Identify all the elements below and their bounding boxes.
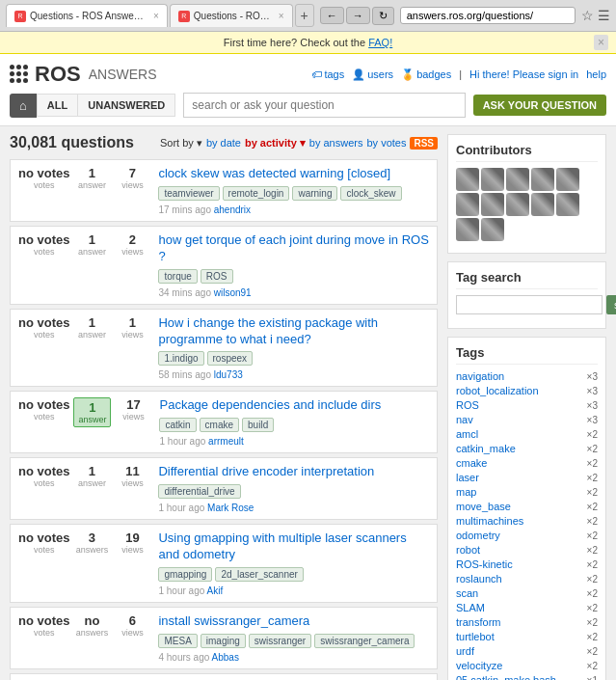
tag-search-button[interactable]: search <box>606 295 616 314</box>
tag[interactable]: build <box>242 418 274 432</box>
tag[interactable]: differential_drive <box>158 484 240 499</box>
question-title-link[interactable]: How i change the existing package with p… <box>158 315 429 348</box>
tag-name-link[interactable]: scan <box>456 587 478 599</box>
tag-name-link[interactable]: map <box>456 486 476 498</box>
search-input[interactable] <box>183 93 465 118</box>
list-item: scan ×2 <box>456 587 598 599</box>
nav-all-button[interactable]: ALL <box>37 94 78 117</box>
tag-name-link[interactable]: laser <box>456 472 479 483</box>
tags-link[interactable]: 🏷 tags <box>311 68 344 80</box>
tag[interactable]: rospeex <box>207 351 254 366</box>
question-title-link[interactable]: install swissranger_camera <box>158 613 429 630</box>
site-logo[interactable]: ROS ANSWERS <box>10 62 156 87</box>
forward-button[interactable]: → <box>346 7 370 24</box>
address-bar[interactable] <box>400 7 576 24</box>
ask-question-button[interactable]: ASK YOUR QUESTION <box>473 95 606 116</box>
contributor-avatar[interactable] <box>506 168 529 191</box>
tag-name-link[interactable]: move_base <box>456 501 511 512</box>
question-title-link[interactable]: Using gmapping with multiple laser scann… <box>158 530 429 563</box>
help-link[interactable]: help <box>586 68 606 80</box>
question-title-link[interactable]: how get torque of each joint during move… <box>158 232 429 265</box>
tag-name-link[interactable]: velocityze <box>456 660 502 671</box>
question-author-link[interactable]: Abbas <box>212 652 239 663</box>
tag-name-link[interactable]: ROS-kinetic <box>456 558 513 570</box>
tag-name-link[interactable]: catkin_make <box>456 443 516 454</box>
tag[interactable]: warning <box>292 186 337 201</box>
tag-name-link[interactable]: navigation <box>456 370 504 382</box>
question-title-link[interactable]: clock skew was detected warning [closed] <box>158 166 429 182</box>
refresh-button[interactable]: ↻ <box>372 7 394 25</box>
sign-in-link[interactable]: Hi there! Please sign in <box>469 68 578 80</box>
question-author-link[interactable]: arrmeult <box>208 436 244 447</box>
tag-name-link[interactable]: cmake <box>456 457 487 469</box>
badges-link[interactable]: 🏅 badges <box>401 68 451 81</box>
tag[interactable]: teamviewer <box>158 186 219 201</box>
sort-by-answers-link[interactable]: by answers <box>309 137 363 149</box>
sort-by-label[interactable]: Sort by ▾ <box>160 137 202 150</box>
question-author-link[interactable]: Akif <box>207 585 224 596</box>
tag[interactable]: clock_skew <box>340 186 401 201</box>
tag[interactable]: catkin <box>159 418 196 432</box>
bookmark-icon[interactable]: ☆ <box>581 8 594 23</box>
contributor-avatar[interactable] <box>481 218 504 241</box>
tag[interactable]: 2d_laser_scanner <box>215 567 304 582</box>
tag[interactable]: 1.indigo <box>158 351 203 366</box>
inactive-tab[interactable]: R Questions - ROS A... × <box>170 4 293 27</box>
nav-home-button[interactable]: ⌂ <box>10 94 37 118</box>
rss-badge[interactable]: RSS <box>410 137 438 150</box>
question-author-link[interactable]: Mark Rose <box>207 503 254 513</box>
contributor-avatar[interactable] <box>481 168 504 191</box>
tab-close-icon-2[interactable]: × <box>279 11 284 21</box>
tag[interactable]: remote_login <box>223 186 290 201</box>
tag[interactable]: ROS <box>201 269 233 284</box>
sort-by-votes-link[interactable]: by votes <box>366 137 406 149</box>
contributor-avatar[interactable] <box>531 193 554 216</box>
question-author-link[interactable]: ahendrix <box>214 204 251 215</box>
nav-unanswered-button[interactable]: UNANSWERED <box>78 94 175 117</box>
tag-name-link[interactable]: robot <box>456 544 480 556</box>
question-author-link[interactable]: wilson91 <box>214 287 252 298</box>
tag-name-link[interactable]: SLAM <box>456 602 485 613</box>
tag-name-link[interactable]: 05.catkin_make.bash <box>456 674 556 680</box>
tag-name-link[interactable]: odometry <box>456 530 500 541</box>
tag-name-link[interactable]: turtlebot <box>456 631 495 642</box>
tag-name-link[interactable]: robot_localization <box>456 385 539 396</box>
contributor-avatar[interactable] <box>456 218 479 241</box>
tag-name-link[interactable]: ROS <box>456 399 479 411</box>
tag-name-link[interactable]: transform <box>456 616 500 628</box>
contributor-avatar[interactable] <box>531 168 554 191</box>
contributor-avatar[interactable] <box>556 193 579 216</box>
tag[interactable]: imaging <box>201 634 246 648</box>
tag[interactable]: torque <box>158 269 197 284</box>
back-button[interactable]: ← <box>320 7 344 24</box>
new-tab-button[interactable]: + <box>295 4 314 27</box>
tag[interactable]: MESA <box>158 634 197 648</box>
tag[interactable]: gmapping <box>158 567 212 582</box>
tag-name-link[interactable]: urdf <box>456 645 474 657</box>
active-tab[interactable]: R Questions - ROS Answers: Open Source Q… <box>6 4 168 27</box>
contributor-avatar[interactable] <box>456 168 479 191</box>
tag[interactable]: cmake <box>200 418 239 432</box>
tag[interactable]: swissranger_camera <box>314 634 415 648</box>
sort-by-activity-link[interactable]: by activity ▾ <box>245 137 306 150</box>
users-link[interactable]: 👤 users <box>352 68 393 81</box>
contributor-avatar[interactable] <box>556 168 579 191</box>
contributor-avatar[interactable] <box>456 193 479 216</box>
announcement-close-button[interactable]: × <box>594 35 608 50</box>
sort-by-date-link[interactable]: by date <box>206 137 241 149</box>
tag[interactable]: swissranger <box>249 634 311 648</box>
sort-bar: Sort by ▾ by date by activity ▾ by answe… <box>160 137 438 150</box>
tag-name-link[interactable]: roslaunch <box>456 573 502 585</box>
question-title-link[interactable]: Package dependencies and include dirs <box>159 397 429 414</box>
faq-link[interactable]: FAQ! <box>368 37 392 48</box>
question-title-link[interactable]: Differential drive encoder interpretatio… <box>158 464 429 480</box>
contributor-avatar[interactable] <box>481 193 504 216</box>
tag-name-link[interactable]: nav <box>456 414 473 425</box>
tab-close-icon[interactable]: × <box>153 11 159 21</box>
contributor-avatar[interactable] <box>506 193 529 216</box>
tag-search-input[interactable] <box>456 295 603 314</box>
tag-name-link[interactable]: multimachines <box>456 515 523 527</box>
tag-name-link[interactable]: amcl <box>456 428 478 440</box>
question-author-link[interactable]: ldu733 <box>214 369 243 380</box>
menu-icon[interactable]: ☰ <box>598 8 610 23</box>
